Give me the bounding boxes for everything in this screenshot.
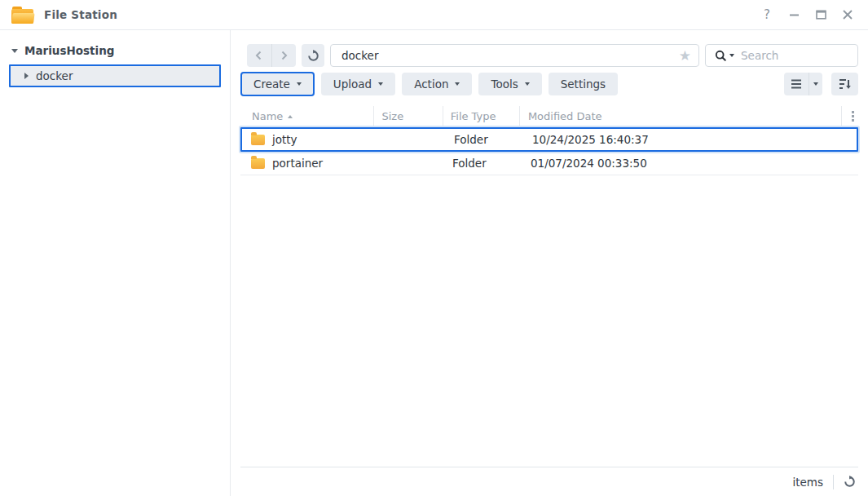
forward-button[interactable] <box>272 44 297 67</box>
back-button[interactable] <box>247 44 272 67</box>
file-modified-date: 01/07/2024 00:33:50 <box>522 157 848 170</box>
title-bar: File Station ? <box>0 0 868 30</box>
settings-button[interactable]: Settings <box>549 73 618 95</box>
sort-asc-icon <box>288 115 293 118</box>
items-count-label: items <box>792 476 823 489</box>
sidebar: MariusHosting docker <box>0 30 231 496</box>
window-controls: ? <box>760 7 855 22</box>
settings-button-label: Settings <box>561 78 606 91</box>
search-box[interactable] <box>705 44 858 67</box>
help-icon[interactable]: ? <box>760 7 774 22</box>
navigation-row: ★ <box>240 44 858 67</box>
maximize-icon[interactable] <box>813 7 828 22</box>
chevron-down-icon <box>297 82 302 86</box>
file-name: jotty <box>272 133 297 146</box>
list-view-icon[interactable] <box>784 79 809 89</box>
chevron-down-icon <box>378 82 383 86</box>
minimize-icon[interactable] <box>786 7 801 22</box>
chevron-down-icon <box>455 82 460 86</box>
toolbar: Create Upload Action Tools Settings <box>240 72 858 96</box>
upload-button-label: Upload <box>333 78 372 91</box>
file-row-portainer[interactable]: portainer Folder 01/07/2024 00:33:50 <box>240 152 858 175</box>
refresh-list-icon[interactable] <box>844 476 856 488</box>
sidebar-item-label: docker <box>36 69 73 82</box>
sidebar-root-label: MariusHosting <box>24 44 114 57</box>
column-header-size[interactable]: Size <box>374 106 443 127</box>
history-buttons <box>247 44 296 67</box>
path-bar[interactable]: ★ <box>330 44 699 67</box>
sidebar-root-mariushosting[interactable]: MariusHosting <box>0 42 230 59</box>
path-input[interactable] <box>341 49 679 62</box>
action-button[interactable]: Action <box>402 73 472 95</box>
column-header-name[interactable]: Name <box>240 106 374 127</box>
close-icon[interactable] <box>840 7 855 22</box>
app-title: File Station <box>44 8 117 21</box>
column-options-icon[interactable] <box>849 108 857 124</box>
refresh-button[interactable] <box>302 44 324 67</box>
file-name: portainer <box>272 157 323 170</box>
column-options <box>842 106 858 127</box>
tools-button[interactable]: Tools <box>478 73 541 95</box>
action-button-label: Action <box>414 78 448 91</box>
sort-icon <box>839 78 852 90</box>
create-button[interactable]: Create <box>240 72 315 96</box>
collapse-arrow-icon[interactable] <box>11 49 18 53</box>
file-list-empty-area <box>240 175 858 467</box>
file-type: Folder <box>445 157 522 170</box>
tools-button-label: Tools <box>491 78 518 91</box>
file-type: Folder <box>447 133 524 146</box>
view-mode-button[interactable] <box>784 73 822 95</box>
upload-button[interactable]: Upload <box>321 73 395 95</box>
create-button-label: Create <box>253 78 290 91</box>
file-list-header: Name Size File Type Modified Date <box>240 106 858 127</box>
status-bar: items <box>240 467 858 496</box>
sidebar-item-docker[interactable]: docker <box>9 64 221 87</box>
folder-icon <box>251 135 265 145</box>
sort-button[interactable] <box>831 73 858 95</box>
main-pane: ★ Create Upload Action <box>231 30 868 496</box>
chevron-down-icon <box>525 82 530 86</box>
search-options-caret-icon[interactable] <box>729 54 734 57</box>
file-modified-date: 10/24/2025 16:40:37 <box>524 133 849 146</box>
folder-icon <box>251 158 265 169</box>
column-header-file-type[interactable]: File Type <box>443 106 520 127</box>
view-mode-caret-icon[interactable] <box>809 82 822 86</box>
search-input[interactable] <box>741 49 850 62</box>
status-divider <box>833 475 834 489</box>
search-icon[interactable] <box>715 50 727 62</box>
file-row-jotty[interactable]: jotty Folder 10/24/2025 16:40:37 <box>240 127 858 152</box>
expand-arrow-icon[interactable] <box>24 73 29 79</box>
view-controls <box>784 73 858 95</box>
file-station-app-icon <box>11 7 33 24</box>
column-header-modified-date[interactable]: Modified Date <box>520 106 842 127</box>
favorite-star-icon[interactable]: ★ <box>679 49 691 63</box>
